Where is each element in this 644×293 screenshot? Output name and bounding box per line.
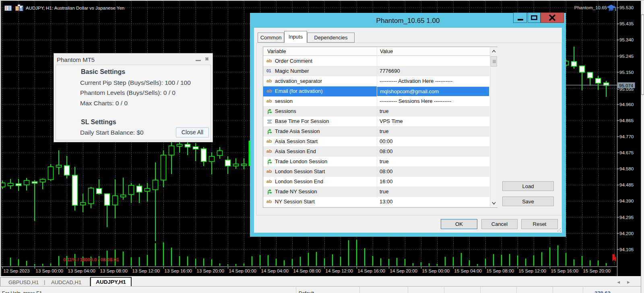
svg-text:94.675: 94.675 [619,150,634,155]
svg-text:15 Sep 12:00: 15 Sep 12:00 [519,268,546,273]
svg-text:95.074: 95.074 [619,83,634,88]
svg-text:13 Sep 20:00: 13 Sep 20:00 [197,268,224,273]
svg-text:94.865: 94.865 [619,118,634,123]
svg-text:14 Sep 00:00: 14 Sep 00:00 [229,268,256,273]
svg-text:94.390: 94.390 [619,199,634,203]
svg-text:15 Sep 16:00: 15 Sep 16:00 [551,268,578,273]
svg-text:94.960: 94.960 [619,102,634,107]
svg-text:x: x [609,9,610,12]
svg-text:15 Sep 04:00: 15 Sep 04:00 [454,268,482,273]
svg-text:15 Sep 20:00: 15 Sep 20:00 [583,268,611,273]
svg-text:95.435: 95.435 [619,21,634,26]
svg-text:13 Sep 04:00: 13 Sep 04:00 [68,268,95,273]
svg-text:15 Sep 08:00: 15 Sep 08:00 [487,268,514,273]
svg-text:13 Sep 08:00: 13 Sep 08:00 [100,268,128,273]
svg-text:94.770: 94.770 [619,134,634,139]
svg-text:13 Sep 16:00: 13 Sep 16:00 [165,268,192,273]
svg-text:95.340: 95.340 [619,37,634,42]
svg-text:94.485: 94.485 [619,182,634,187]
svg-text:94.580: 94.580 [619,166,634,171]
svg-text:94.200: 94.200 [619,231,634,236]
svg-text:14 Sep 16:00: 14 Sep 16:00 [358,268,385,273]
svg-text:14 Sep 08:00: 14 Sep 08:00 [293,268,321,273]
svg-text:13 Sep 00:00: 13 Sep 00:00 [36,268,63,273]
svg-text:Phantom_10.65: Phantom_10.65 [574,5,607,10]
svg-text:14 Sep 04:00: 14 Sep 04:00 [261,268,289,273]
svg-text:13 Sep 12:00: 13 Sep 12:00 [132,268,160,273]
svg-text:14 Sep 12:00: 14 Sep 12:00 [326,268,353,273]
svg-text:AUDJPY, H1: Australian Dollar: AUDJPY, H1: Australian Dollar vs Japanes… [26,6,124,10]
svg-text:95.150: 95.150 [619,70,634,75]
svg-text:0.11% / 18000.0 / 08:08:01: 0.11% / 18000.0 / 08:08:01 [63,257,119,262]
svg-text:94.105: 94.105 [619,247,634,252]
svg-text:94.295: 94.295 [619,215,634,220]
svg-text:95.245: 95.245 [619,54,634,59]
svg-text:12 Sep 2023: 12 Sep 2023 [4,268,30,273]
svg-text:15 Sep 00:00: 15 Sep 00:00 [422,268,450,273]
svg-text:95.530: 95.530 [619,5,634,10]
svg-text:14 Sep 20:00: 14 Sep 20:00 [390,268,417,273]
